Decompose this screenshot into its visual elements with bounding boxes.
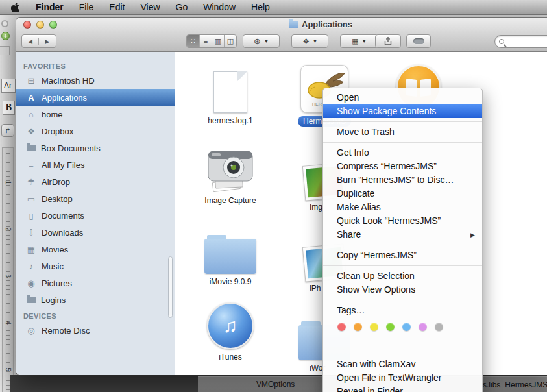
sidebar-item-documents[interactable]: ▯Documents <box>16 207 175 224</box>
menu-item-label: Burn “HermesJMS” to Disc… <box>337 175 454 185</box>
sidebar-item-remote-disc[interactable]: ◎Remote Disc <box>16 322 175 339</box>
applications-icon: A <box>25 93 37 103</box>
sidebar-item-label: Movies <box>42 245 68 254</box>
sidebar-item-applications[interactable]: AApplications <box>16 89 175 106</box>
sidebar-item-logins[interactable]: Logins <box>16 291 175 308</box>
tag-color-dot[interactable] <box>337 323 346 331</box>
tag-color-dot[interactable] <box>402 323 411 331</box>
menu-item-get-info[interactable]: Get Info <box>323 146 482 160</box>
sidebar-item-box-documents[interactable]: Box Documents <box>16 140 175 156</box>
ruler-number: 3 <box>5 275 12 281</box>
window-title: Applications <box>289 19 352 29</box>
edit-tags-button[interactable] <box>406 34 431 48</box>
icon-view-button[interactable]: ∷ <box>187 35 199 47</box>
menu-item-burn-hermesjms-to-disc[interactable]: Burn “HermesJMS” to Disc… <box>323 173 482 187</box>
search-field[interactable] <box>494 35 547 48</box>
tag-color-dot[interactable] <box>386 323 395 331</box>
folder-icon <box>27 297 36 303</box>
menu-item-label: Tags… <box>337 305 365 315</box>
menubar-menu-finder[interactable]: Finder <box>28 0 71 15</box>
menu-item-duplicate[interactable]: Duplicate <box>323 187 482 201</box>
menubar-menu-go[interactable]: Go <box>168 0 196 15</box>
files-icon: ≡ <box>25 160 37 170</box>
indent-button[interactable]: ↱ <box>1 124 14 137</box>
menubar-menu-edit[interactable]: Edit <box>101 0 132 15</box>
sidebar-item-airdrop[interactable]: ☂AirDrop <box>16 173 175 190</box>
menu-item-tags[interactable]: Tags… <box>323 304 482 317</box>
menubar-menu-view[interactable]: View <box>132 0 167 15</box>
itunes-icon: ♫ <box>207 302 254 349</box>
menu-item-show-view-options[interactable]: Show View Options <box>323 283 482 297</box>
sidebar-scrollbar[interactable] <box>168 256 173 318</box>
background-window-left: + Ar B ↱ 12345 <box>0 15 16 392</box>
app-image-capture[interactable]: Image Capture <box>191 141 269 205</box>
add-button[interactable]: + <box>1 32 10 40</box>
share-button[interactable] <box>375 34 401 48</box>
menu-item-label: Show View Options <box>337 284 415 295</box>
sidebar-item-home[interactable]: ⌂home <box>16 106 175 123</box>
menubar-menu-file[interactable]: File <box>71 0 102 15</box>
tag-color-dot[interactable] <box>435 323 443 331</box>
menu-item-show-package-contents[interactable]: Show Package Contents <box>323 104 482 118</box>
menu-item-label: Share <box>337 229 361 239</box>
minimize-button[interactable] <box>36 21 44 29</box>
tag-color-dot[interactable] <box>419 323 427 331</box>
list-view-button[interactable]: ≡ <box>199 35 212 47</box>
share-icon <box>383 36 393 46</box>
background-tab-stub <box>0 46 10 55</box>
font-field[interactable]: Ar <box>1 79 16 93</box>
menubar-menu-help[interactable]: Help <box>243 0 278 15</box>
sidebar-item-pictures[interactable]: ◉Pictures <box>16 275 175 291</box>
menu-item-share[interactable]: Share▶ <box>323 228 482 241</box>
action-menu-button[interactable]: ⊛ ▼ <box>243 34 280 48</box>
desktop-icon: ▭ <box>25 194 37 204</box>
folder-icon <box>204 239 256 274</box>
sidebar-item-dropbox[interactable]: ❖Dropbox <box>16 123 175 140</box>
menu-item-compress-hermesjms[interactable]: Compress “HermesJMS” <box>323 160 482 173</box>
screen: FinderFileEditViewGoWindowHelp + Ar B ↱ … <box>0 0 547 392</box>
file-hermes-log[interactable]: hermes.log.1 <box>191 61 269 125</box>
coverflow-view-button[interactable]: ◫ <box>224 35 236 47</box>
vmoptions-tab[interactable]: VMOptions <box>256 380 295 389</box>
tag-color-dot[interactable] <box>370 323 378 331</box>
tag-color-dot[interactable] <box>354 323 362 331</box>
forward-button[interactable]: ▶ <box>39 38 56 45</box>
music-icon: ♪ <box>25 262 37 271</box>
menu-item-reveal-in-finder[interactable]: Reveal in Finder <box>323 385 482 392</box>
apple-logo-icon[interactable] <box>10 3 19 12</box>
menu-item-copy-hermesjms[interactable]: Copy “HermesJMS” <box>323 249 482 262</box>
sidebar-item-movies[interactable]: ▦Movies <box>16 241 175 258</box>
zoom-button[interactable] <box>49 21 57 29</box>
menu-item-open[interactable]: Open <box>323 91 482 104</box>
back-forward-buttons: ◀ ▶ <box>21 34 56 48</box>
folder-imovie[interactable]: iMovie 9.0.9 <box>191 222 269 286</box>
sidebar-item-label: Logins <box>41 295 66 305</box>
sidebar: FAVORITES⊟Macintosh HDAApplications⌂home… <box>16 52 175 375</box>
arrange-icon: ▦ <box>352 37 358 45</box>
menubar-menu-window[interactable]: Window <box>195 0 243 15</box>
sidebar-item-label: All My Files <box>42 160 84 170</box>
sidebar-item-macintosh-hd[interactable]: ⊟Macintosh HD <box>16 72 175 89</box>
drive-icon: ⊟ <box>25 76 37 86</box>
app-itunes[interactable]: ♫ iTunes <box>191 297 269 361</box>
menu-item-clean-up-selection[interactable]: Clean Up Selection <box>323 269 482 283</box>
sidebar-section-header: DEVICES <box>16 308 175 322</box>
sidebar-item-desktop[interactable]: ▭Desktop <box>16 190 175 207</box>
menu-item-open-file-in-textwrangler[interactable]: Open File in TextWrangler <box>323 371 482 385</box>
sidebar-item-music[interactable]: ♪Music <box>16 258 175 275</box>
menu-item-move-to-trash[interactable]: Move to Trash <box>323 125 482 139</box>
bold-style-button[interactable]: B <box>3 101 15 115</box>
menu-item-scan-with-clamxav[interactable]: Scan with ClamXav <box>323 358 482 371</box>
dropbox-menu-button[interactable]: ❖ ▼ <box>291 34 328 48</box>
close-button[interactable] <box>23 21 31 29</box>
window-title-text: Applications <box>302 19 352 29</box>
sidebar-item-all-my-files[interactable]: ≡All My Files <box>16 156 175 173</box>
menu-item-quick-look-hermesjms[interactable]: Quick Look “HermesJMS” <box>323 214 482 228</box>
ruler-number: 4 <box>5 321 12 328</box>
arrange-menu-button[interactable]: ▦ ▼ <box>340 34 378 48</box>
back-button[interactable]: ◀ <box>22 38 39 45</box>
column-view-button[interactable]: ▥ <box>212 35 224 47</box>
window-header[interactable]: Applications ◀ ▶ ∷ ≡ ▥ ◫ ⊛ ▼ ❖ <box>16 18 547 52</box>
sidebar-item-downloads[interactable]: ⇩Downloads <box>16 224 175 241</box>
menu-item-make-alias[interactable]: Make Alias <box>323 201 482 214</box>
